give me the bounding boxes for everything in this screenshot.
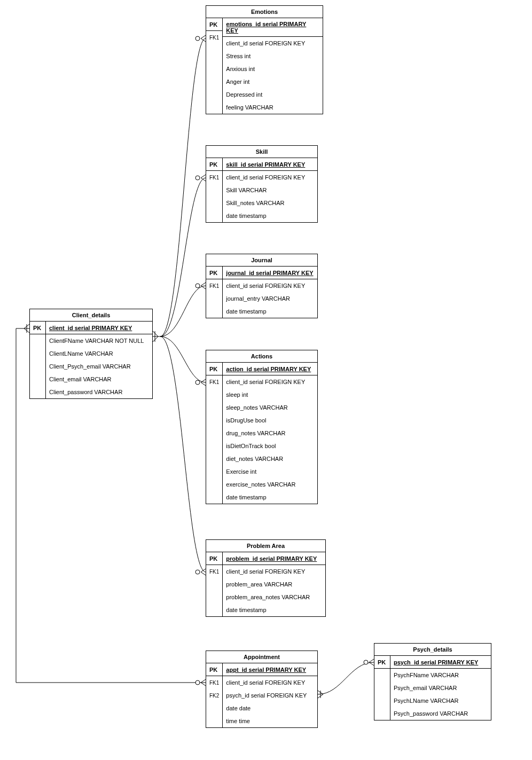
- pk-label: skill_id serial PRIMARY KEY: [223, 158, 317, 171]
- attr-key: [206, 44, 222, 57]
- attr-label: diet_notes VARCHAR: [223, 452, 317, 465]
- attr-label: psych_id serial FOREIGN KEY: [223, 689, 317, 702]
- attr-key: [206, 591, 222, 604]
- pk-label: client_id serial PRIMARY KEY: [46, 322, 152, 334]
- attr-key: [30, 360, 45, 373]
- attr-label: Anger int: [223, 75, 323, 88]
- attr-label: time time: [223, 715, 317, 727]
- attr-label: PsychFName VARCHAR: [390, 669, 491, 681]
- entity-client-details: Client_details PK client_id serial PRIMA…: [29, 309, 153, 399]
- attr-label: Client_Psych_email VARCHAR: [46, 360, 152, 373]
- svg-line-4: [201, 35, 206, 38]
- svg-line-0: [153, 331, 158, 336]
- attr-key: [30, 386, 45, 398]
- fk-key: FK1: [206, 375, 222, 388]
- pk-key: PK: [206, 663, 222, 676]
- pk-key: PK: [30, 322, 45, 334]
- attr-key: [206, 82, 222, 95]
- entity-actions: Actions PK FK1 action_id serial PRIMARY …: [206, 350, 318, 504]
- pk-label: emotions_id serial PRIMARY KEY: [223, 18, 323, 37]
- attr-label: Skill VARCHAR: [223, 184, 317, 197]
- fk-key: FK1: [206, 171, 222, 184]
- svg-line-13: [201, 379, 206, 382]
- entity-title: Journal: [206, 254, 317, 267]
- entity-appointment: Appointment PK FK1 FK2 appt_id serial PR…: [206, 651, 318, 728]
- attr-label: drug_notes VARCHAR: [223, 427, 317, 440]
- attr-label: Psych_email VARCHAR: [390, 681, 491, 694]
- entity-psych-details: Psych_details PK psych_id serial PRIMARY…: [374, 643, 491, 720]
- attr-label: client_id serial FOREIGN KEY: [223, 676, 317, 689]
- entity-title: Appointment: [206, 651, 317, 663]
- entity-title: Psych_details: [374, 644, 491, 656]
- attr-key: [206, 465, 222, 478]
- attr-key: [206, 184, 222, 197]
- attr-key: [206, 604, 222, 616]
- attr-key: [206, 388, 222, 401]
- entity-title: Problem Area: [206, 540, 325, 552]
- attr-label: problem_area_notes VARCHAR: [223, 591, 325, 604]
- attr-key: [206, 702, 222, 715]
- pk-key: PK: [374, 656, 390, 669]
- pk-label: psych_id serial PRIMARY KEY: [390, 656, 491, 669]
- attr-label: isDrugUse bool: [223, 414, 317, 427]
- attr-key: [374, 707, 390, 720]
- attr-label: Stress int: [223, 50, 323, 62]
- attr-key: [206, 209, 222, 222]
- attr-label: client_id serial FOREIGN KEY: [223, 37, 323, 50]
- attr-key: [30, 334, 45, 347]
- pk-label: journal_id serial PRIMARY KEY: [223, 267, 317, 279]
- attr-key: [206, 427, 222, 440]
- attr-key: [206, 440, 222, 452]
- attr-label: date date: [223, 702, 317, 715]
- fk-key: FK2: [206, 689, 222, 702]
- svg-point-9: [195, 284, 200, 288]
- attr-label: exercise_notes VARCHAR: [223, 478, 317, 491]
- attr-key: [30, 373, 45, 386]
- attr-label: isDietOnTrack bool: [223, 440, 317, 452]
- svg-line-7: [201, 175, 206, 178]
- svg-point-15: [195, 570, 200, 574]
- attr-label: Psych_password VARCHAR: [390, 707, 491, 720]
- attr-label: client_id serial FOREIGN KEY: [223, 375, 317, 388]
- svg-line-5: [201, 38, 206, 42]
- svg-line-28: [369, 659, 374, 662]
- attr-label: Anxious int: [223, 62, 323, 75]
- attr-key: [206, 491, 222, 504]
- svg-point-6: [195, 176, 200, 180]
- entity-skill: Skill PK FK1 skill_id serial PRIMARY KEY…: [206, 145, 318, 223]
- svg-line-24: [318, 691, 323, 694]
- svg-line-17: [201, 572, 206, 575]
- svg-line-25: [318, 694, 323, 698]
- attr-label: Exercise int: [223, 465, 317, 478]
- attr-key: [206, 292, 222, 305]
- attr-label: Client_email VARCHAR: [46, 373, 152, 386]
- attr-key: [206, 95, 222, 108]
- attr-key: [206, 715, 222, 727]
- entity-title: Client_details: [30, 309, 152, 322]
- attr-key: [30, 347, 45, 360]
- pk-label: appt_id serial PRIMARY KEY: [223, 663, 317, 676]
- attr-label: date timestamp: [223, 491, 317, 504]
- attr-label: client_id serial FOREIGN KEY: [223, 171, 317, 184]
- attr-key: [206, 197, 222, 209]
- attr-key: [206, 305, 222, 318]
- attr-key: [206, 57, 222, 69]
- attr-key: [206, 452, 222, 465]
- attr-label: sleep int: [223, 388, 317, 401]
- entity-problem-area: Problem Area PK FK1 problem_id serial PR…: [206, 539, 326, 617]
- attr-label: problem_area VARCHAR: [223, 578, 325, 591]
- attr-key: [374, 681, 390, 694]
- attr-label: ClientLName VARCHAR: [46, 347, 152, 360]
- attr-label: journal_entry VARCHAR: [223, 292, 317, 305]
- attr-label: sleep_notes VARCHAR: [223, 401, 317, 414]
- svg-line-23: [201, 683, 206, 686]
- pk-key: PK: [206, 267, 222, 279]
- svg-line-10: [201, 283, 206, 286]
- pk-key: PK: [206, 18, 222, 31]
- fk-key: FK1: [206, 676, 222, 689]
- fk-key: FK1: [206, 31, 222, 44]
- attr-label: PsychLName VARCHAR: [390, 694, 491, 707]
- attr-label: date timestamp: [223, 305, 317, 318]
- attr-label: client_id serial FOREIGN KEY: [223, 279, 317, 292]
- attr-key: [374, 669, 390, 681]
